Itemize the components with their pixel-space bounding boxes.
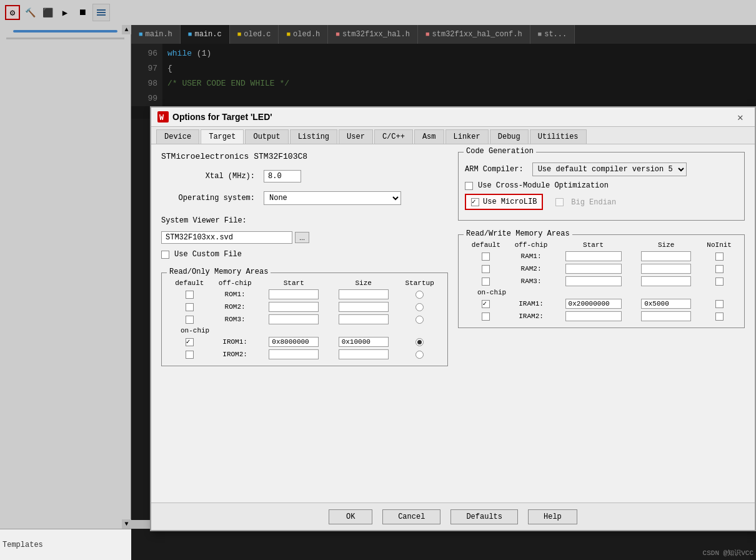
table-row: RAM1: <box>465 250 738 262</box>
rom-header-start: Start <box>259 278 329 288</box>
rom-header-default: default <box>168 278 211 288</box>
rom2-label: ROM2: <box>211 301 259 313</box>
dtab-output[interactable]: Output <box>245 129 288 144</box>
dtab-asm[interactable]: Asm <box>414 129 444 144</box>
ram2-size[interactable] <box>641 264 691 274</box>
ram2-noinit-cb[interactable] <box>715 265 724 273</box>
os-label: Operating system: <box>161 194 255 202</box>
iram1-default-cb[interactable] <box>482 300 490 308</box>
ram2-default-cb[interactable] <box>482 265 490 273</box>
dtab-listing[interactable]: Listing <box>290 129 337 144</box>
ram-group: Read/Write Memory Areas default off-chip… <box>458 234 745 328</box>
irom1-startup-radio[interactable] <box>415 338 424 346</box>
ram1-noinit-cb[interactable] <box>715 252 724 261</box>
ram1-default-cb[interactable] <box>482 252 490 261</box>
rom3-size[interactable] <box>339 314 389 324</box>
rom-header-startup: Startup <box>398 278 441 288</box>
ram3-noinit-cb[interactable] <box>715 278 724 286</box>
microlib-label: Use MicroLIB <box>483 198 537 206</box>
irom1-size[interactable] <box>339 337 389 347</box>
on-chip-label-rom: on-chip <box>168 326 259 336</box>
iram2-start[interactable] <box>565 311 622 321</box>
big-endian-checkbox[interactable] <box>555 198 564 206</box>
rom2-size[interactable] <box>339 302 389 312</box>
ram1-start[interactable] <box>565 251 622 261</box>
rom-header-size: Size <box>329 278 398 288</box>
rom3-start[interactable] <box>269 314 319 324</box>
dtab-device[interactable]: Device <box>156 129 199 144</box>
table-row: IRAM1: <box>465 298 738 310</box>
arm-select[interactable]: Use default compiler version 5 <box>532 162 687 176</box>
viewer-browse-btn[interactable]: ... <box>295 232 309 243</box>
dtab-debug[interactable]: Debug <box>490 129 529 144</box>
cross-module-row: Use Cross-Module Optimization <box>465 181 738 190</box>
iram1-start[interactable] <box>565 299 622 309</box>
cancel-button[interactable]: Cancel <box>382 509 440 524</box>
rom2-startup-radio[interactable] <box>415 303 424 311</box>
irom2-size[interactable] <box>339 349 389 359</box>
ok-button[interactable]: OK <box>329 509 372 524</box>
dialog-footer: OK Cancel Defaults Help <box>151 502 755 530</box>
table-row: IROM1: <box>168 336 441 348</box>
iram2-label: IRAM2: <box>507 310 555 322</box>
on-chip-label-ram: on-chip <box>465 288 555 298</box>
irom1-default-cb[interactable] <box>186 338 194 346</box>
ram-header-offchip: off-chip <box>507 240 555 250</box>
iram2-noinit-cb[interactable] <box>715 312 724 321</box>
rom3-default-cb[interactable] <box>186 316 194 324</box>
dtab-target[interactable]: Target <box>201 129 244 144</box>
rom1-startup-radio[interactable] <box>415 291 424 299</box>
templates-label: Templates <box>2 541 43 549</box>
help-button[interactable]: Help <box>528 509 577 524</box>
rom1-start[interactable] <box>269 289 319 299</box>
rom1-size[interactable] <box>339 289 389 299</box>
iram1-size[interactable] <box>641 299 691 309</box>
dtab-user[interactable]: User <box>339 129 373 144</box>
rom1-default-cb[interactable] <box>186 291 194 299</box>
ram-header-size: Size <box>632 240 700 250</box>
dtab-linker[interactable]: Linker <box>445 129 489 144</box>
rom-group: Read/Only Memory Areas default off-chip … <box>161 272 448 366</box>
ram2-start[interactable] <box>565 264 622 274</box>
viewer-input[interactable] <box>161 231 292 244</box>
irom2-start[interactable] <box>269 349 319 359</box>
xtal-input[interactable] <box>264 170 301 182</box>
viewer-label: System Viewer File: <box>161 216 448 225</box>
rom3-startup-radio[interactable] <box>415 316 424 324</box>
iram1-noinit-cb[interactable] <box>715 300 724 308</box>
table-row: RAM3: <box>465 275 738 288</box>
dialog-tabs: Device Target Output Listing User C/C++ … <box>151 127 755 144</box>
rom2-default-cb[interactable] <box>186 303 194 311</box>
rom1-label: ROM1: <box>211 288 259 301</box>
rom2-start[interactable] <box>269 302 319 312</box>
ram3-size[interactable] <box>641 276 691 286</box>
os-select[interactable]: None <box>264 191 401 205</box>
ram1-size[interactable] <box>641 251 691 261</box>
microlib-checkbox[interactable] <box>471 198 479 206</box>
rom-header-offchip: off-chip <box>211 278 259 288</box>
defaults-button[interactable]: Defaults <box>450 509 518 524</box>
irom1-start[interactable] <box>269 337 319 347</box>
dtab-cpp[interactable]: C/C++ <box>374 129 413 144</box>
cross-module-checkbox[interactable] <box>465 182 473 190</box>
xtal-row: Xtal (MHz): <box>161 170 448 182</box>
ram-group-title: Read/Write Memory Areas <box>464 229 572 238</box>
irom2-default-cb[interactable] <box>186 351 194 359</box>
device-name: STMicroelectronics STM32F103C8 <box>161 152 448 161</box>
dialog-close-button[interactable]: ✕ <box>737 111 749 122</box>
ram3-default-cb[interactable] <box>482 278 490 286</box>
custom-file-checkbox[interactable] <box>161 251 169 259</box>
iram2-default-cb[interactable] <box>482 312 490 321</box>
templates-panel: Templates <box>0 529 131 560</box>
iram1-label: IRAM1: <box>507 298 555 310</box>
cross-module-label: Use Cross-Module Optimization <box>478 181 609 190</box>
irom2-startup-radio[interactable] <box>415 351 424 359</box>
dtab-utilities[interactable]: Utilities <box>530 129 587 144</box>
iram2-size[interactable] <box>641 311 691 321</box>
dialog-title-text: Options for Target 'LED' <box>172 112 272 122</box>
table-row: on-chip <box>465 288 738 298</box>
ram-header-default: default <box>465 240 507 250</box>
rom-group-title: Read/Only Memory Areas <box>167 268 271 276</box>
table-row: ROM2: <box>168 301 441 313</box>
ram3-start[interactable] <box>565 276 622 286</box>
